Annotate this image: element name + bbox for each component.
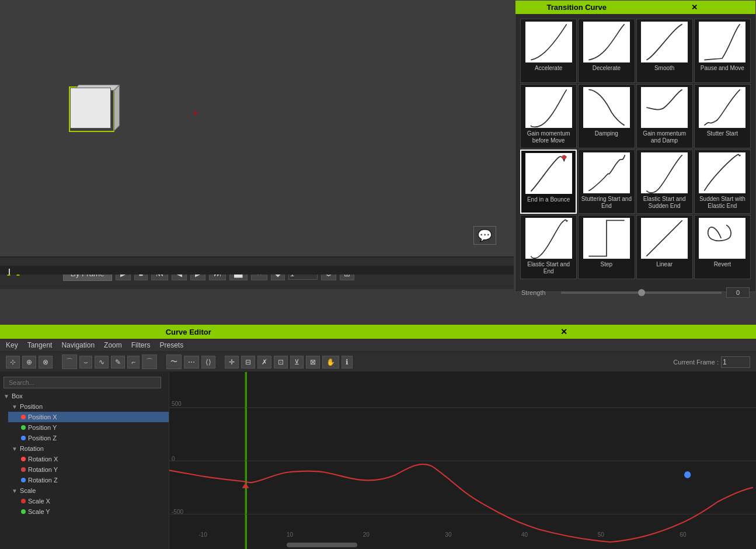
tool-noise[interactable]: ⋯ [184,356,199,369]
tool-info[interactable]: ℹ [342,356,353,369]
dot-position-x [21,415,26,419]
curve-item-revert[interactable]: Revert [694,215,751,279]
strength-value-input[interactable] [726,287,750,298]
menu-navigation[interactable]: Navigation [61,341,95,349]
tool-tangent-smooth[interactable]: ∿ [95,356,109,369]
tool-wave[interactable]: 〜 [166,355,182,369]
tree-item-rotation-x[interactable]: Rotation X [8,454,169,464]
tool-select[interactable]: ⊹ [6,356,20,369]
tree-group-box-header[interactable]: ▼ Box [0,391,169,401]
horizontal-scrollbar[interactable] [287,543,357,547]
curve-item-step[interactable]: Step [578,215,635,279]
current-frame-input[interactable] [721,356,750,368]
dot-position-z [21,436,26,440]
menu-presets[interactable]: Presets [159,341,183,349]
curve-editor-close-button[interactable]: ✕ [375,327,754,336]
curve-thumb-sudden-start-with-elastic-end [699,152,745,193]
curve-thumb-stutter-start [699,87,745,128]
menu-tangent[interactable]: Tangent [27,341,53,349]
tool-curve[interactable]: ⌒ [142,355,157,369]
tree-item-position-y[interactable]: Position Y [8,422,169,433]
tool-scale-frame[interactable]: ⊟ [241,356,255,369]
curve-label-elastic-start-and-end: Elastic Start and End [523,261,574,275]
tool-pen[interactable]: ✎ [111,356,125,369]
curve-label-end-in-a-bounce: End in a Bounce [527,196,570,203]
tree-label-box: Box [12,392,23,399]
tool-move[interactable]: ✛ [225,356,239,369]
tool-expression[interactable]: ⟨⟩ [201,356,215,369]
tree-group-scale-header[interactable]: ▼ Scale [8,485,169,496]
curve-item-linear[interactable]: Linear [636,215,693,279]
tree-group-rotation-header[interactable]: ▼ Rotation [8,443,169,454]
playhead[interactable] [9,269,10,274]
curve-editor-graph[interactable]: 500 0 -500 -10 10 20 30 40 50 60 [169,372,756,549]
timeline-scrubber[interactable] [0,266,514,274]
curve-label-gain-momentum-and-damp: Gain momentum and Damp [639,130,690,144]
menu-zoom[interactable]: Zoom [104,341,122,349]
tool-delete-key[interactable]: ✗ [257,356,271,369]
strength-slider[interactable] [561,291,722,294]
svg-point-0 [562,155,566,159]
curve-item-decelerate[interactable]: Decelerate [578,19,635,83]
menu-filters[interactable]: Filters [131,341,151,349]
tree-item-scale-y[interactable]: Scale Y [8,506,169,517]
curve-thumb-gain-momentum-and-damp [641,87,688,128]
tree-item-position-x[interactable]: Position X [8,412,169,422]
tool-step[interactable]: ⌐ [127,356,140,369]
curve-editor-tree: ▼ Box ▼ Position Position X Positi [0,372,169,549]
tree-item-position-z[interactable]: Position Z [8,433,169,443]
tree-group-position-header[interactable]: ▼ Position [8,401,169,412]
tool-frame-all[interactable]: ⊡ [274,356,288,369]
cube-container [70,82,117,128]
transition-close-button[interactable]: ✕ [636,3,754,12]
menu-key[interactable]: Key [6,341,18,349]
curve-editor-panel: Curve Editor ✕ KeyTangentNavigationZoomF… [0,325,756,549]
curve-item-damping[interactable]: Damping [578,84,635,148]
dot-scale-x [21,499,26,503]
tree-item-rotation-y[interactable]: Rotation Y [8,464,169,475]
curve-grid: AccelerateDecelerateSmoothPause and Move… [515,14,755,284]
tool-hand[interactable]: ✋ [322,356,339,369]
transition-title: Transition Curve [518,3,636,12]
curve-label-smooth: Smooth [654,65,674,72]
curve-item-gain-momentum-before-move[interactable]: Gain momentum before Move [520,84,577,148]
tree-label-position-z: Position Z [28,435,57,442]
curve-label-sudden-start-with-elastic-end: Sudden Start with Elastic End [697,196,748,210]
curve-item-stuttering-start-and-end[interactable]: Stuttering Start and End [578,150,635,214]
tool-tangent-break[interactable]: ⌒ [62,355,77,369]
tree-arrow-position: ▼ [12,404,18,410]
curve-label-stuttering-start-and-end: Stuttering Start and End [581,196,632,210]
tree-label-position-y: Position Y [28,424,57,431]
curve-item-end-in-a-bounce[interactable]: End in a Bounce [520,150,577,214]
curve-label-damping: Damping [595,130,618,137]
curve-item-elastic-start-and-sudden-end[interactable]: Elastic Start and Sudden End [636,150,693,214]
tree-item-rotation-z[interactable]: Rotation Z [8,475,169,485]
curve-thumb-damping [583,87,630,128]
tree-label-scale-y: Scale Y [28,508,50,515]
position-indicator: + [193,108,198,119]
curve-item-pause-and-move[interactable]: Pause and Move [694,19,751,83]
tree-arrow-box: ▼ [4,393,9,399]
curve-thumb-elastic-start-and-sudden-end [641,152,688,193]
tree-item-scale-x[interactable]: Scale X [8,496,169,506]
tool-group[interactable]: ⊕ [22,356,36,369]
viewport: + 💬 [0,0,514,257]
comment-icon[interactable]: 💬 [473,226,496,245]
transition-header: Transition Curve ✕ [515,1,755,14]
tool-flatten[interactable]: ⊠ [306,356,320,369]
curve-label-pause-and-move: Pause and Move [701,65,744,72]
cube-right-face [114,85,120,131]
tool-tangent-linear[interactable]: ⌣ [79,356,92,369]
curve-thumb-accelerate [525,22,572,62]
tool-layer[interactable]: ⊗ [39,356,53,369]
curve-item-gain-momentum-and-damp[interactable]: Gain momentum and Damp [636,84,693,148]
curve-item-stutter-start[interactable]: Stutter Start [694,84,751,148]
curve-item-elastic-start-and-end[interactable]: Elastic Start and End [520,215,577,279]
tree-label-scale: Scale [20,487,36,494]
curve-item-sudden-start-with-elastic-end[interactable]: Sudden Start with Elastic End [694,150,751,214]
strength-knob[interactable] [638,289,645,296]
tree-search-input[interactable] [4,377,161,388]
curve-item-accelerate[interactable]: Accelerate [520,19,577,83]
curve-item-smooth[interactable]: Smooth [636,19,693,83]
tool-break-tangent[interactable]: ⊻ [290,356,304,369]
